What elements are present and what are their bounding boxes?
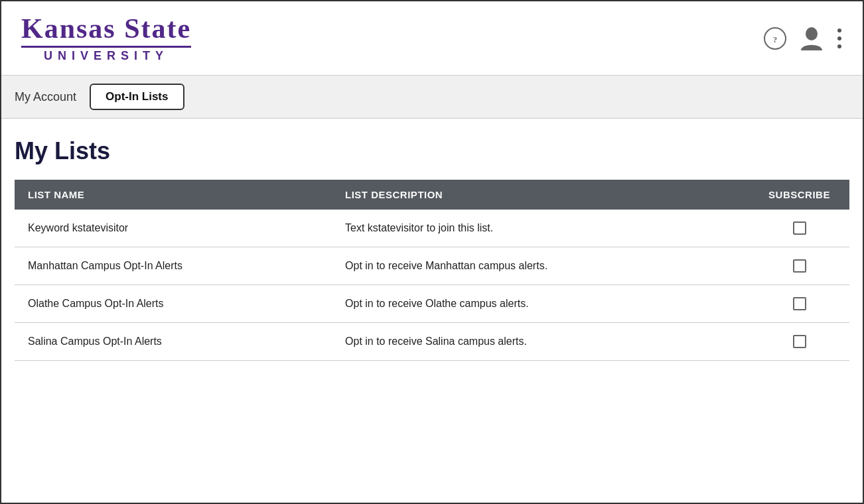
col-header-list-description: LIST DESCRIPTION (332, 180, 749, 210)
svg-point-2 (806, 27, 818, 40)
svg-point-3 (837, 29, 841, 32)
list-desc-cell-2: Opt in to receive Olathe campus alerts. (332, 285, 749, 323)
list-name-cell-2: Olathe Campus Opt-In Alerts (15, 285, 332, 323)
help-button[interactable]: ? (763, 27, 787, 50)
main-content: My Lists LIST NAME LIST DESCRIPTION SUBS… (1, 119, 863, 361)
table-row: Manhattan Campus Opt-In AlertsOpt in to … (15, 247, 849, 285)
more-options-icon (836, 27, 843, 50)
table-row: Olathe Campus Opt-In AlertsOpt in to rec… (15, 285, 849, 323)
subscribe-cell-1[interactable] (749, 247, 849, 285)
list-desc-cell-1: Opt in to receive Manhattan campus alert… (332, 247, 749, 285)
logo-top-text: Kansas State (21, 13, 191, 44)
opt-in-lists-button[interactable]: Opt-In Lists (90, 84, 184, 110)
table-header-row: LIST NAME LIST DESCRIPTION SUBSCRIBE (15, 180, 849, 210)
subscribe-cell-0[interactable] (749, 210, 849, 247)
page-title: My Lists (15, 137, 849, 165)
list-desc-cell-0: Text kstatevisitor to join this list. (332, 210, 749, 247)
logo-bottom-text: UNIVERSITY (44, 49, 169, 63)
list-name-cell-0: Keyword kstatevisitor (15, 210, 332, 247)
lists-table: LIST NAME LIST DESCRIPTION SUBSCRIBE Key… (15, 180, 849, 361)
breadcrumb-bar: My Account Opt-In Lists (1, 76, 863, 119)
list-name-cell-1: Manhattan Campus Opt-In Alerts (15, 247, 332, 285)
person-icon (800, 26, 823, 51)
subscribe-checkbox-0[interactable] (793, 221, 806, 235)
list-name-cell-3: Salina Campus Opt-In Alerts (15, 323, 332, 361)
subscribe-checkbox-3[interactable] (793, 335, 806, 348)
table-row: Salina Campus Opt-In AlertsOpt in to rec… (15, 323, 849, 361)
col-header-list-name: LIST NAME (15, 180, 332, 210)
subscribe-checkbox-2[interactable] (793, 297, 806, 310)
svg-point-4 (837, 36, 841, 40)
university-logo: Kansas State UNIVERSITY (21, 13, 191, 63)
subscribe-cell-3[interactable] (749, 323, 849, 361)
subscribe-cell-2[interactable] (749, 285, 849, 323)
more-options-button[interactable] (836, 27, 843, 50)
list-desc-cell-3: Opt in to receive Salina campus alerts. (332, 323, 749, 361)
subscribe-checkbox-1[interactable] (793, 259, 806, 273)
svg-text:?: ? (773, 34, 778, 44)
logo-underline (21, 46, 191, 48)
my-account-breadcrumb: My Account (15, 90, 76, 104)
help-icon: ? (763, 27, 787, 50)
header-icons: ? (763, 26, 843, 51)
svg-point-5 (837, 44, 841, 48)
table-row: Keyword kstatevisitorText kstatevisitor … (15, 210, 849, 247)
header: Kansas State UNIVERSITY ? (1, 1, 863, 76)
col-header-subscribe: SUBSCRIBE (749, 180, 849, 210)
user-button[interactable] (800, 26, 823, 51)
